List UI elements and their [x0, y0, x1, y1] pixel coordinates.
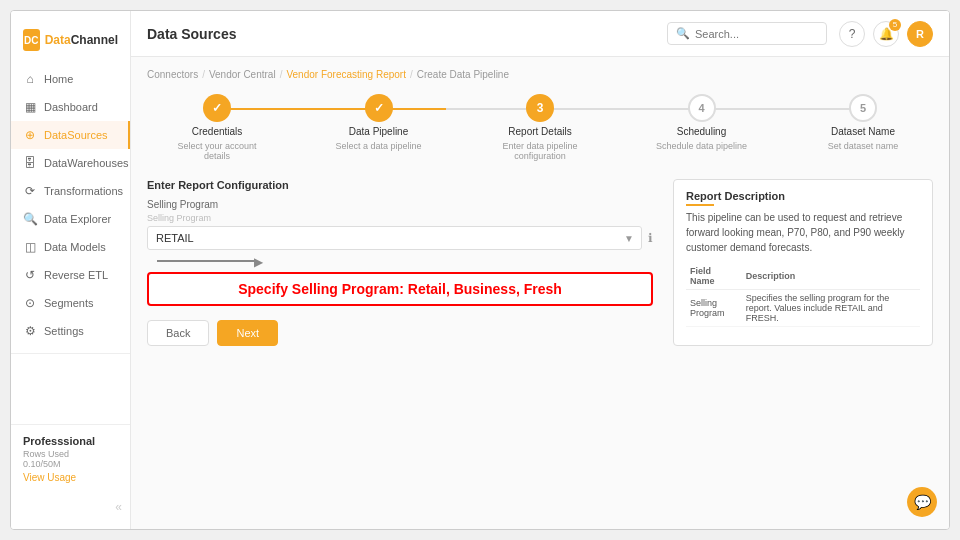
- sidebar-item-data-explorer[interactable]: 🔍Data Explorer: [11, 205, 130, 233]
- step-label-2: Data Pipeline: [349, 126, 408, 137]
- sidebar-label-datawarehouses: DataWarehouses: [44, 157, 129, 169]
- step-circle-1: ✓: [203, 94, 231, 122]
- form-section-title: Enter Report Configuration: [147, 179, 653, 191]
- user-avatar[interactable]: R: [907, 21, 933, 47]
- step-circle-5: 5: [849, 94, 877, 122]
- sidebar-label-segments: Segments: [44, 297, 94, 309]
- selling-program-label: Selling Program: [147, 199, 653, 210]
- sidebar: DC DataChannel ⌂Home▦Dashboard⊕DataSourc…: [11, 11, 131, 529]
- steps-container: ✓ Credentials Select your account detail…: [147, 94, 933, 161]
- view-usage-link[interactable]: View Usage: [23, 472, 118, 483]
- step-label-5: Dataset Name: [831, 126, 895, 137]
- sidebar-label-home: Home: [44, 73, 73, 85]
- arrow-line: ▶: [157, 260, 257, 262]
- datawarehouses-icon: 🗄: [23, 156, 37, 170]
- sidebar-item-settings[interactable]: ⚙Settings: [11, 317, 130, 345]
- notification-icon[interactable]: 🔔 5: [873, 21, 899, 47]
- sidebar-item-segments[interactable]: ⊙Segments: [11, 289, 130, 317]
- back-button[interactable]: Back: [147, 320, 209, 346]
- transformations-icon: ⟳: [23, 184, 37, 198]
- step-label-1: Credentials: [192, 126, 243, 137]
- highlight-box: Specify Selling Program: Retail, Busines…: [147, 272, 653, 306]
- step-2: ✓ Data Pipeline Select a data pipeline: [329, 94, 429, 151]
- segments-icon: ⊙: [23, 296, 37, 310]
- arrow-head-icon: ▶: [254, 255, 263, 269]
- next-button[interactable]: Next: [217, 320, 278, 346]
- step-sublabel-5: Set dataset name: [828, 141, 899, 151]
- help-icon[interactable]: ?: [839, 21, 865, 47]
- logo-text: DataChannel: [45, 33, 118, 47]
- notif-badge: 5: [889, 19, 901, 31]
- sidebar-item-datawarehouses[interactable]: 🗄DataWarehouses: [11, 149, 130, 177]
- breadcrumb-create-pipeline[interactable]: Create Data Pipeline: [417, 69, 509, 80]
- main-content: Data Sources 🔍 ? 🔔 5 R Connectors / Vend…: [131, 11, 949, 529]
- steps-wrapper: ✓ Credentials Select your account detail…: [147, 94, 933, 161]
- plan-label: Professsional: [23, 435, 118, 447]
- step-circle-2: ✓: [365, 94, 393, 122]
- step-sublabel-3: Enter data pipeline configuration: [490, 141, 590, 161]
- step-label-3: Report Details: [508, 126, 571, 137]
- sidebar-label-datasources: DataSources: [44, 129, 108, 141]
- desc-table-row: Selling ProgramSpecifies the selling pro…: [686, 290, 920, 327]
- form-section: Enter Report Configuration Selling Progr…: [147, 179, 653, 346]
- sidebar-bottom: Professsional Rows Used 0.10/50M View Us…: [11, 424, 130, 493]
- step-sublabel-2: Select a data pipeline: [335, 141, 421, 151]
- form-desc-row: Enter Report Configuration Selling Progr…: [147, 179, 933, 346]
- description-panel: Report Description This pipeline can be …: [673, 179, 933, 346]
- sidebar-item-transformations[interactable]: ⟳Transformations: [11, 177, 130, 205]
- selling-program-wrap: RETAILFRESHBUSINESS ▼ ℹ: [147, 226, 653, 250]
- button-row: Back Next: [147, 320, 653, 346]
- home-icon: ⌂: [23, 72, 37, 86]
- content-area: Connectors / Vendor Central / Vendor For…: [131, 57, 949, 529]
- arrow-container: ▶: [157, 260, 653, 262]
- dashboard-icon: ▦: [23, 100, 37, 114]
- breadcrumb-connectors[interactable]: Connectors: [147, 69, 198, 80]
- selling-program-select[interactable]: RETAILFRESHBUSINESS: [147, 226, 642, 250]
- selling-program-group: Selling Program Selling Program RETAILFR…: [147, 199, 653, 250]
- settings-icon: ⚙: [23, 324, 37, 338]
- breadcrumb-vendor-central[interactable]: Vendor Central: [209, 69, 276, 80]
- step-sublabel-1: Select your account details: [167, 141, 267, 161]
- desc-col-field: Field Name: [686, 263, 742, 290]
- page-title: Data Sources: [147, 26, 667, 42]
- sidebar-label-dashboard: Dashboard: [44, 101, 98, 113]
- datasources-icon: ⊕: [23, 128, 37, 142]
- breadcrumb: Connectors / Vendor Central / Vendor For…: [147, 69, 933, 80]
- reverse-etl-icon: ↺: [23, 268, 37, 282]
- breadcrumb-vendor-forecasting[interactable]: Vendor Forecasting Report: [286, 69, 406, 80]
- sidebar-collapse[interactable]: «: [11, 493, 130, 519]
- step-3: 3 Report Details Enter data pipeline con…: [490, 94, 590, 161]
- sidebar-item-datasources[interactable]: ⊕DataSources: [11, 121, 130, 149]
- step-sublabel-4: Schedule data pipeline: [656, 141, 747, 151]
- desc-table-cell: Specifies the selling program for the re…: [742, 290, 920, 327]
- sidebar-item-dashboard[interactable]: ▦Dashboard: [11, 93, 130, 121]
- search-input[interactable]: [695, 28, 805, 40]
- data-explorer-icon: 🔍: [23, 212, 37, 226]
- desc-table-cell: Selling Program: [686, 290, 742, 327]
- sidebar-label-settings: Settings: [44, 325, 84, 337]
- step-1: ✓ Credentials Select your account detail…: [167, 94, 267, 161]
- rows-label: Rows Used: [23, 449, 118, 459]
- chat-bubble[interactable]: 💬: [907, 487, 937, 517]
- search-box[interactable]: 🔍: [667, 22, 827, 45]
- topbar: Data Sources 🔍 ? 🔔 5 R: [131, 11, 949, 57]
- desc-col-desc: Description: [742, 263, 920, 290]
- sidebar-item-data-models[interactable]: ◫Data Models: [11, 233, 130, 261]
- desc-body: This pipeline can be used to request and…: [686, 210, 920, 255]
- sidebar-label-reverse-etl: Reverse ETL: [44, 269, 108, 281]
- logo-icon: DC: [23, 29, 40, 51]
- desc-title: Report Description: [686, 190, 920, 206]
- step-4: 4 Scheduling Schedule data pipeline: [652, 94, 752, 151]
- rows-value: 0.10/50M: [23, 459, 118, 469]
- step-label-4: Scheduling: [677, 126, 726, 137]
- sidebar-label-transformations: Transformations: [44, 185, 123, 197]
- sidebar-item-reverse-etl[interactable]: ↺Reverse ETL: [11, 261, 130, 289]
- sidebar-item-home[interactable]: ⌂Home: [11, 65, 130, 93]
- sidebar-label-data-models: Data Models: [44, 241, 106, 253]
- topbar-icons: ? 🔔 5 R: [839, 21, 933, 47]
- step-5: 5 Dataset Name Set dataset name: [813, 94, 913, 151]
- sidebar-divider: [11, 353, 130, 354]
- highlight-text: Specify Selling Program: Retail, Busines…: [238, 281, 562, 297]
- sidebar-label-data-explorer: Data Explorer: [44, 213, 111, 225]
- info-icon[interactable]: ℹ: [648, 231, 653, 245]
